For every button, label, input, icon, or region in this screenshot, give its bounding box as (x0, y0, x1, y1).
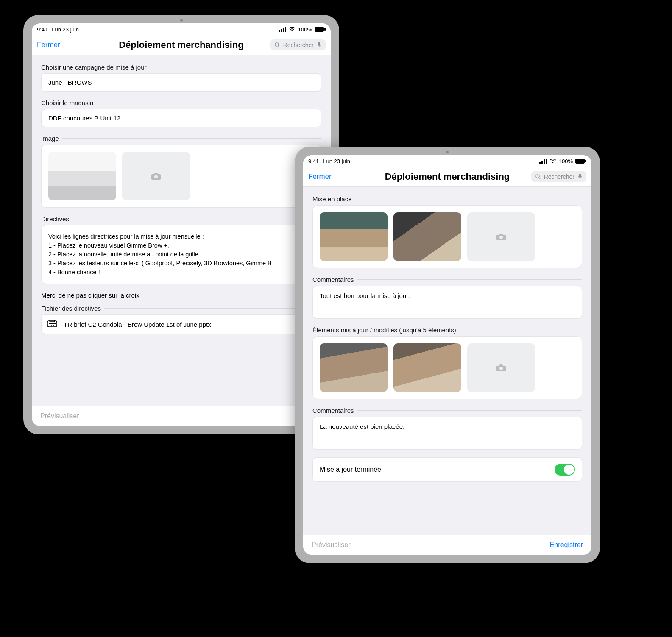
search-icon (275, 42, 280, 47)
svg-rect-21 (585, 160, 586, 162)
wifi-icon (549, 159, 556, 164)
svg-point-14 (51, 325, 52, 326)
setup-label: Mise en place (312, 195, 582, 203)
status-time: 9:41 (37, 26, 47, 33)
wifi-icon (289, 27, 296, 32)
device-camera-dot (446, 151, 449, 153)
scroll-content-1[interactable]: Choisir une campagne de mise à jour June… (32, 55, 331, 406)
preview-button[interactable]: Prévisualiser (312, 541, 351, 549)
nav-bar: Fermer Déploiement merchandising Recherc… (32, 35, 331, 55)
modified-image-1[interactable] (320, 343, 388, 392)
done-toggle-row: Mise à jour terminée (312, 457, 582, 482)
svg-point-25 (499, 236, 503, 239)
file-label: Fichier des directives (41, 305, 321, 312)
nav-bar: Fermer Déploiement merchandising Recherc… (303, 167, 591, 187)
status-time: 9:41 (308, 158, 319, 164)
campaign-label: Choisir une campagne de mise à jour (41, 64, 321, 71)
page-title: Déploiement merchandising (119, 39, 244, 50)
directives-text: Voici les lignes directrices pour la mis… (48, 232, 314, 277)
mic-icon[interactable] (578, 174, 582, 180)
status-bar: 9:41 Lun 23 juin 100% (303, 155, 591, 167)
close-button[interactable]: Fermer (308, 172, 332, 181)
svg-rect-19 (546, 159, 547, 164)
directives-label: Directives (41, 215, 321, 223)
svg-point-9 (154, 175, 158, 178)
signal-icon (279, 27, 286, 32)
add-image-button[interactable] (122, 152, 190, 200)
comments-label-1: Commentaires (312, 276, 582, 283)
close-button[interactable]: Fermer (37, 41, 60, 49)
store-label: Choisir le magasin (41, 99, 321, 106)
svg-line-7 (278, 46, 279, 47)
done-label: Mise à jour terminée (320, 466, 381, 473)
file-icon (47, 320, 57, 328)
battery-icon (315, 27, 326, 32)
svg-rect-12 (49, 323, 56, 324)
svg-rect-17 (541, 161, 543, 164)
status-date: Lun 23 juin (323, 158, 350, 164)
screen-1: 9:41 Lun 23 juin 100% Fermer Déploiement… (32, 23, 331, 426)
reference-image-thumb[interactable] (48, 152, 116, 200)
modified-card (312, 336, 582, 399)
svg-rect-24 (579, 174, 581, 177)
tablet-device-1: 9:41 Lun 23 juin 100% Fermer Déploiement… (23, 15, 339, 434)
camera-icon (496, 233, 506, 241)
search-icon (535, 174, 541, 179)
setup-image-1[interactable] (320, 212, 388, 261)
svg-line-23 (539, 178, 540, 179)
add-setup-image-button[interactable] (467, 212, 535, 261)
file-name: TR brief C2 Gondola - Brow Update 1st of… (64, 321, 211, 328)
screen-2: 9:41 Lun 23 juin 100% Fermer Déploiement… (303, 155, 591, 555)
svg-rect-18 (544, 159, 545, 164)
comment-input-2[interactable]: La nouveauté est bien placée. (312, 417, 582, 450)
modified-label: Éléments mis à jour / modifiés (jusqu'à … (312, 326, 582, 334)
svg-point-26 (499, 367, 503, 370)
camera-icon (496, 364, 506, 372)
image-label: Image (41, 135, 321, 142)
svg-point-6 (275, 43, 279, 46)
comments-label-2: Commentaires (312, 407, 582, 414)
svg-rect-5 (324, 28, 326, 31)
svg-rect-3 (285, 27, 286, 32)
svg-rect-16 (539, 162, 541, 164)
svg-rect-1 (281, 29, 282, 32)
signal-icon (539, 159, 547, 164)
add-modified-image-button[interactable] (467, 343, 535, 392)
battery-percent: 100% (298, 26, 312, 33)
tablet-device-2: 9:41 Lun 23 juin 100% Fermer Déploiement… (295, 147, 600, 563)
svg-rect-8 (318, 42, 320, 45)
battery-percent: 100% (559, 158, 573, 164)
search-placeholder: Rechercher (544, 173, 574, 180)
camera-icon (151, 172, 161, 180)
setup-image-2[interactable] (393, 212, 461, 261)
scroll-content-2[interactable]: Mise en place Commentaires Tout est bon … (303, 187, 591, 535)
search-field[interactable]: Rechercher (270, 39, 326, 50)
store-select[interactable]: DDF concoures B Unit 12 (41, 109, 321, 127)
image-card (41, 145, 321, 208)
search-placeholder: Rechercher (283, 42, 314, 48)
mic-icon[interactable] (317, 42, 321, 48)
svg-rect-20 (575, 159, 585, 164)
svg-point-13 (50, 325, 50, 326)
svg-point-15 (53, 325, 54, 326)
directives-file-row[interactable]: TR brief C2 Gondola - Brow Update 1st of… (41, 314, 321, 334)
svg-rect-0 (279, 30, 280, 32)
status-date: Lun 23 juin (52, 26, 79, 33)
cross-note: Merci de ne pas cliquer sur la croix (41, 292, 321, 299)
status-bar: 9:41 Lun 23 juin 100% (32, 23, 331, 35)
comment-input-1[interactable]: Tout est bon pour la mise à jour. (312, 286, 582, 319)
save-button[interactable]: Enregistrer (550, 541, 583, 549)
svg-rect-4 (315, 27, 324, 32)
setup-card (312, 205, 582, 268)
device-camera-dot (180, 19, 183, 22)
battery-icon (575, 159, 586, 164)
campaign-select[interactable]: June - BROWS (41, 73, 321, 92)
search-field[interactable]: Rechercher (531, 171, 586, 182)
preview-button[interactable]: Prévisualiser (40, 412, 79, 420)
modified-image-2[interactable] (393, 343, 461, 392)
done-toggle[interactable] (555, 464, 575, 476)
svg-rect-2 (283, 28, 284, 32)
directives-card: Voici les lignes directrices pour la mis… (41, 225, 321, 284)
svg-point-22 (536, 175, 539, 178)
footer-bar-1: Prévisualiser (32, 406, 331, 426)
